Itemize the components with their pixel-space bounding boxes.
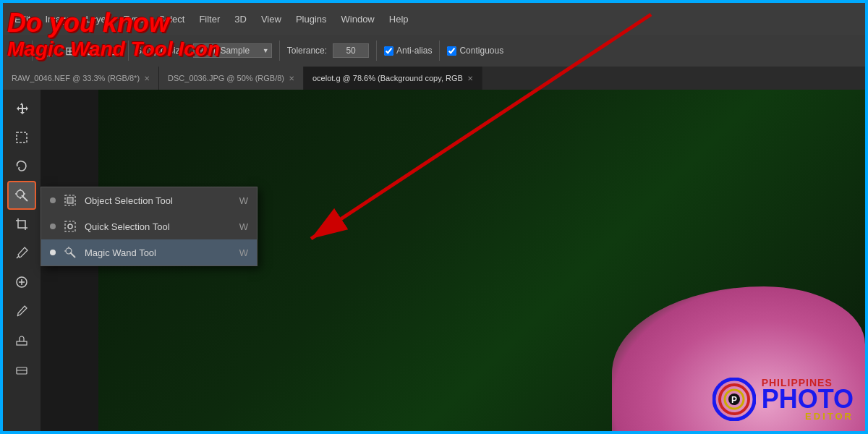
tab-dsc[interactable]: DSC_0036.JPG @ 50% (RGB/8) ✕: [159, 67, 304, 90]
svg-point-17: [68, 224, 72, 229]
tool-marquee[interactable]: [9, 124, 35, 150]
quick-selection-icon: [63, 219, 77, 234]
logo-editor-text: EDITOR: [762, 412, 854, 421]
separator-4: [376, 41, 377, 61]
context-menu-item-quick-selection[interactable]: Quick Selection Tool W: [41, 213, 257, 239]
stamp-icon: [14, 333, 29, 347]
tool-magic-wand[interactable]: [9, 182, 35, 208]
quick-selection-bullet: [50, 224, 56, 229]
left-border: [0, 0, 3, 434]
quick-selection-label: Quick Selection Tool: [85, 221, 232, 232]
magic-wand-menu-icon: [63, 245, 77, 260]
svg-rect-16: [65, 221, 75, 231]
logo-ring-svg: P: [712, 378, 756, 421]
magic-wand-bullet: [50, 250, 56, 255]
top-border: [0, 0, 868, 3]
logo-photo-text: PHOTO: [762, 388, 854, 411]
svg-rect-0: [17, 132, 27, 142]
tool-crop[interactable]: [9, 211, 35, 237]
contiguous-wrap: Contiguous: [447, 46, 503, 56]
object-selection-icon: [63, 193, 77, 208]
contiguous-checkbox[interactable]: [447, 46, 456, 56]
eraser-icon: [14, 362, 29, 376]
tab-raw-label: RAW_0046.NEF @ 33.3% (RGB/8*): [12, 74, 140, 82]
marquee-icon: [14, 130, 29, 145]
tabs-bar: RAW_0046.NEF @ 33.3% (RGB/8*) ✕ DSC_0036…: [3, 67, 865, 90]
crop-icon: [14, 217, 29, 231]
tolerance-input[interactable]: [333, 43, 369, 58]
anti-alias-wrap: Anti-alias: [384, 46, 432, 56]
svg-point-19: [66, 248, 72, 254]
svg-rect-15: [67, 197, 73, 203]
context-menu-item-magic-wand[interactable]: Magic Wand Tool W: [41, 239, 257, 265]
contiguous-label: Contiguous: [459, 46, 503, 56]
object-selection-label: Object Selection Tool: [85, 195, 232, 206]
object-selection-bullet: [50, 197, 56, 203]
tab-dsc-label: DSC_0036.JPG @ 50% (RGB/8): [168, 74, 284, 82]
annotation-line2: Magic Wand Tool Icon: [7, 38, 220, 61]
tab-raw[interactable]: RAW_0046.NEF @ 33.3% (RGB/8*) ✕: [3, 67, 159, 90]
tab-ocelot-close[interactable]: ✕: [467, 75, 473, 82]
logo-area: P PHILIPPINES PHOTO EDITOR: [712, 378, 854, 421]
logo-text: PHILIPPINES PHOTO EDITOR: [762, 378, 854, 420]
tool-heal[interactable]: [9, 269, 35, 295]
separator-3: [279, 41, 280, 61]
tool-brush[interactable]: [9, 298, 35, 324]
anti-alias-label: Anti-alias: [396, 46, 432, 56]
tolerance-label: Tolerance:: [287, 46, 327, 56]
tool-lasso[interactable]: [9, 153, 35, 179]
tool-eraser[interactable]: [9, 356, 35, 382]
separator-5: [439, 41, 440, 61]
svg-text:P: P: [731, 395, 737, 405]
right-border: [865, 0, 868, 434]
menu-plugins[interactable]: Plugins: [290, 11, 333, 27]
tab-ocelot[interactable]: ocelot.g @ 78.6% (Background copy, RGB ✕: [304, 67, 482, 90]
context-menu: Object Selection Tool W Quick Selection …: [41, 187, 258, 266]
svg-line-7: [17, 256, 19, 258]
annotation-title: Do you know Magic Wand Tool Icon: [7, 9, 220, 61]
tab-ocelot-label: ocelot.g @ 78.6% (Background copy, RGB: [312, 74, 463, 82]
bottom-border: [0, 431, 868, 434]
context-menu-item-object-selection[interactable]: Object Selection Tool W: [41, 187, 257, 213]
menu-3d[interactable]: 3D: [229, 11, 252, 27]
heal-icon: [14, 275, 29, 289]
magic-wand-active-icon: [14, 188, 29, 203]
menu-window[interactable]: Window: [336, 11, 380, 27]
tab-dsc-close[interactable]: ✕: [289, 75, 294, 82]
magic-wand-label: Magic Wand Tool: [85, 247, 232, 258]
tool-stamp[interactable]: [9, 327, 35, 353]
svg-rect-11: [17, 341, 27, 345]
object-selection-key: W: [239, 195, 248, 206]
brush-icon: [14, 304, 29, 318]
quick-selection-key: W: [239, 221, 248, 232]
move-icon: [14, 101, 29, 116]
tool-move[interactable]: [9, 95, 35, 122]
tab-raw-close[interactable]: ✕: [144, 75, 150, 82]
toolbar: [3, 90, 41, 431]
menu-view[interactable]: View: [255, 11, 287, 27]
svg-point-2: [17, 190, 24, 197]
lasso-icon: [14, 159, 29, 174]
magic-wand-key: W: [239, 247, 248, 258]
annotation-line1: Do you know: [7, 9, 220, 38]
menu-help[interactable]: Help: [383, 11, 414, 27]
anti-alias-checkbox[interactable]: [384, 46, 393, 56]
tool-eyedropper[interactable]: [9, 240, 35, 266]
eyedropper-icon: [14, 246, 29, 260]
